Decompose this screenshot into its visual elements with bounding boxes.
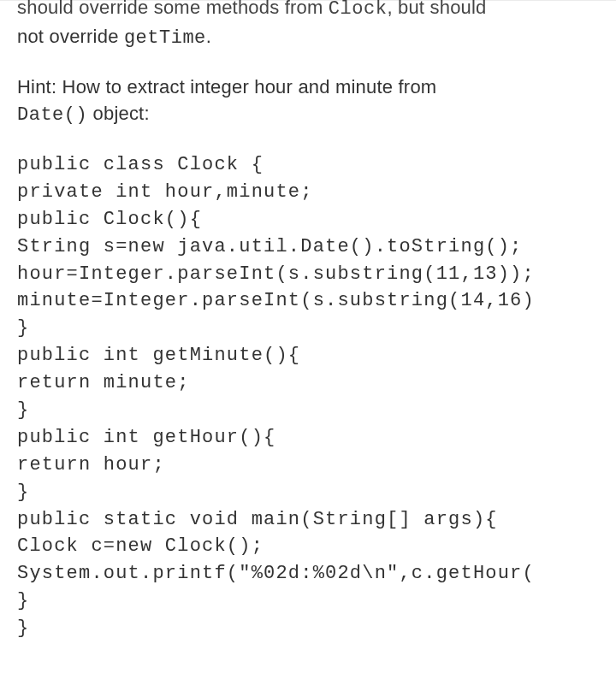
code-line-9: return minute; xyxy=(17,372,190,393)
document-content: should override some methods from Clock,… xyxy=(17,0,599,642)
hint-line2-post: object: xyxy=(87,103,150,124)
hint-block: Hint: How to extract integer hour and mi… xyxy=(17,74,599,129)
code-line-8: public int getMinute(){ xyxy=(17,345,300,366)
intro-line1-post: , but should xyxy=(387,0,486,18)
code-line-16: System.out.printf("%02d:%02d\n",c.getHou… xyxy=(17,563,535,584)
code-line-3: public Clock(){ xyxy=(17,209,202,230)
code-line-14: public static void main(String[] args){ xyxy=(17,509,498,530)
code-line-2: private int hour,minute; xyxy=(17,181,313,203)
code-line-5: hour=Integer.parseInt(s.substring(11,13)… xyxy=(17,263,535,285)
code-line-6: minute=Integer.parseInt(s.substring(14,1… xyxy=(17,290,535,311)
intro-line-2: not override getTime. xyxy=(17,24,599,51)
code-line-18: } xyxy=(17,617,29,639)
code-line-13: } xyxy=(17,481,29,503)
intro-line2-code: getTime xyxy=(124,27,206,49)
hint-line-1: Hint: How to extract integer hour and mi… xyxy=(17,74,599,101)
hint-line-2: Date() object: xyxy=(17,101,599,129)
code-line-17: } xyxy=(17,590,29,611)
intro-line2-post: . xyxy=(206,26,211,47)
code-line-12: return hour; xyxy=(17,454,165,475)
top-divider xyxy=(0,0,616,1)
hint-line2-code: Date() xyxy=(17,104,87,126)
code-line-15: Clock c=new Clock(); xyxy=(17,535,264,557)
intro-line-1: should override some methods from Clock,… xyxy=(17,0,599,22)
code-line-7: } xyxy=(17,317,29,339)
code-block: public class Clock { private int hour,mi… xyxy=(17,151,599,642)
code-line-4: String s=new java.util.Date().toString()… xyxy=(17,236,523,257)
code-line-1: public class Clock { xyxy=(17,154,264,175)
code-line-11: public int getHour(){ xyxy=(17,427,275,448)
intro-line1-pre: should override some methods from xyxy=(17,0,329,18)
intro-line1-code: Clock xyxy=(329,0,388,20)
code-line-10: } xyxy=(17,399,29,421)
intro-line2-pre: not override xyxy=(17,26,124,47)
